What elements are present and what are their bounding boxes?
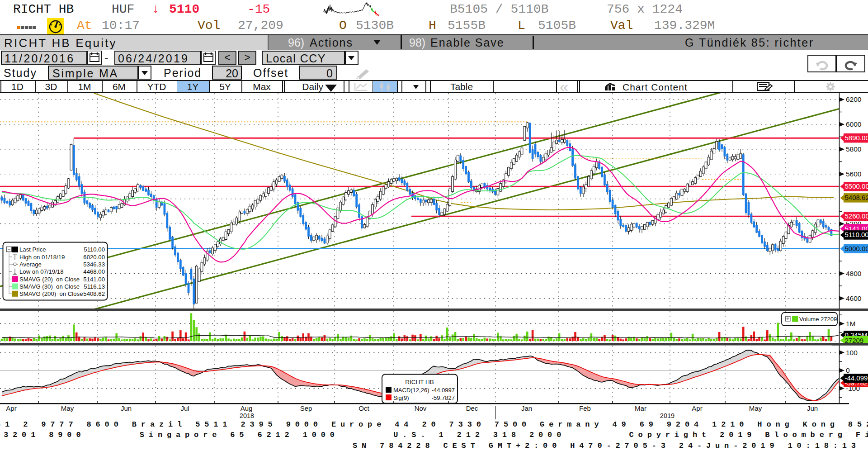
svg-text:5800: 5800	[846, 145, 862, 153]
svg-text:RICHT HB: RICHT HB	[405, 379, 434, 385]
svg-text:Jul: Jul	[180, 404, 189, 412]
svg-text:Average: Average	[19, 261, 42, 268]
svg-text:Jan: Jan	[521, 404, 532, 412]
svg-text:0: 0	[846, 366, 850, 374]
svg-text:5600: 5600	[846, 170, 862, 178]
svg-text:Oct: Oct	[359, 404, 369, 412]
svg-text:-44.0997: -44.0997	[432, 387, 455, 394]
svg-text:5500.00: 5500.00	[845, 182, 868, 190]
svg-text:-59.7827: -59.7827	[432, 394, 455, 401]
svg-text:Jun: Jun	[807, 404, 818, 412]
svg-text:5408.62: 5408.62	[845, 194, 868, 201]
svg-text:High on 01/18/19: High on 01/18/19	[19, 254, 65, 261]
svg-text:2019: 2019	[660, 412, 675, 419]
svg-text:6020.00: 6020.00	[83, 254, 105, 261]
svg-text:MACD(12,26): MACD(12,26)	[393, 387, 429, 394]
svg-text:4800: 4800	[846, 270, 862, 277]
svg-text:6200: 6200	[846, 95, 862, 103]
svg-text:SMAVG (30) on Close: SMAVG (30) on Close	[19, 283, 80, 290]
svg-text:May: May	[749, 404, 762, 412]
svg-text:Sig(9): Sig(9)	[393, 394, 409, 401]
svg-text:5116.13: 5116.13	[84, 283, 105, 290]
svg-text:5000.00: 5000.00	[845, 245, 868, 252]
svg-text:100: 100	[846, 349, 858, 356]
svg-text:Apr: Apr	[692, 404, 702, 412]
svg-text:Sep: Sep	[300, 404, 312, 412]
svg-text:5110.00: 5110.00	[84, 246, 105, 253]
svg-text:5110.00: 5110.00	[845, 231, 868, 238]
svg-text:Volume 27209: Volume 27209	[799, 316, 837, 323]
svg-text:5408.62: 5408.62	[83, 290, 105, 297]
svg-text:2018: 2018	[240, 412, 254, 419]
svg-text:SMAVG (200) on Close: SMAVG (200) on Close	[19, 290, 83, 297]
svg-text:5890.00: 5890.00	[845, 134, 868, 142]
svg-text:6000: 6000	[846, 120, 862, 128]
svg-text:Last Price: Last Price	[19, 246, 46, 253]
svg-text:5260.00: 5260.00	[845, 212, 868, 220]
svg-text:4468.00: 4468.00	[83, 268, 105, 275]
svg-text:Mar: Mar	[635, 404, 646, 412]
svg-text:SMAVG (20) on Close: SMAVG (20) on Close	[19, 276, 80, 283]
svg-text:Low on 07/19/18: Low on 07/19/18	[19, 268, 64, 275]
svg-text:Jun: Jun	[121, 404, 132, 412]
svg-text:5346.33: 5346.33	[83, 261, 105, 268]
svg-text:4600: 4600	[846, 294, 862, 302]
svg-text:5141.00: 5141.00	[83, 276, 105, 283]
svg-text:Apr: Apr	[6, 404, 16, 412]
svg-text:Aug: Aug	[241, 404, 253, 412]
svg-text:-44.0997: -44.0997	[845, 374, 868, 382]
svg-text:May: May	[61, 404, 74, 412]
svg-text:Dec: Dec	[466, 404, 478, 412]
svg-text:Nov: Nov	[415, 404, 427, 412]
svg-text:27209: 27209	[845, 337, 864, 344]
svg-text:1M: 1M	[846, 320, 856, 328]
svg-text:Feb: Feb	[579, 404, 591, 412]
